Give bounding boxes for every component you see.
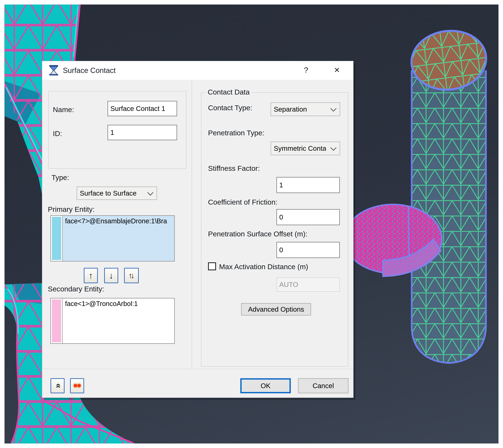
name-input[interactable] <box>108 101 177 116</box>
penetration-surface-offset-label: Penetration Surface Offset (m): <box>208 230 307 238</box>
trunk-mesh-shape <box>408 27 489 363</box>
cancel-button[interactable]: Cancel <box>298 378 348 393</box>
coefficient-of-friction-label: Coefficient of Friction: <box>208 198 277 206</box>
chevron-down-icon <box>330 106 337 112</box>
coefficient-of-friction-input[interactable] <box>276 209 340 225</box>
contact-data-groupbox: Contact Data Contact Type: Separation Pe… <box>201 92 348 367</box>
move-down-button[interactable]: ↓ <box>104 268 118 283</box>
dialog-title: Surface Contact <box>63 61 116 80</box>
panel-divider <box>192 80 192 369</box>
stiffness-factor-label: Stiffness Factor: <box>208 164 260 173</box>
name-label: Name: <box>53 106 74 114</box>
penetration-surface-offset-input[interactable] <box>276 242 340 258</box>
max-activation-distance-input[interactable] <box>276 277 340 292</box>
list-item[interactable]: face<1>@TroncoArbol:1 <box>63 298 174 309</box>
hourglass-icon <box>48 65 59 76</box>
type-dropdown-value: Surface to Surface <box>80 187 137 199</box>
chevron-down-icon <box>330 145 337 151</box>
penetration-type-dropdown[interactable]: Symmetric Contact <box>270 142 340 155</box>
contact-type-label: Contact Type: <box>208 104 252 112</box>
primary-entity-listbox[interactable]: face<7>@EnsamblajeDrone:1\Bra <box>50 215 175 261</box>
chevron-down-icon <box>147 190 154 196</box>
arrow-down-icon: ↓ <box>109 271 113 280</box>
footer-divider <box>42 369 353 369</box>
arrow-up-icon: ↑ <box>89 271 93 280</box>
advanced-options-button-label: Advanced Options <box>248 305 304 313</box>
secondary-entity-listbox[interactable]: face<1>@TroncoArbol:1 <box>50 298 175 344</box>
max-activation-distance-label: Max Activation Distance (m) <box>219 263 308 271</box>
list-item[interactable]: face<7>@EnsamblajeDrone:1\Bra <box>63 216 174 226</box>
cancel-button-label: Cancel <box>313 382 334 390</box>
stiffness-factor-input[interactable] <box>276 177 340 193</box>
secondary-color-swatch <box>52 300 61 342</box>
id-input[interactable] <box>108 125 177 140</box>
help-button[interactable]: ? <box>297 61 315 80</box>
burst-icon: ✹✹ <box>73 382 81 389</box>
type-label: Type: <box>51 174 69 182</box>
contact-type-dropdown-value: Separation <box>274 103 307 116</box>
contact-type-dropdown[interactable]: Separation <box>270 102 340 116</box>
id-label: ID: <box>53 129 62 138</box>
move-up-button[interactable]: ↑ <box>84 268 98 283</box>
penetration-type-label: Penetration Type: <box>208 129 264 137</box>
advanced-options-button[interactable]: Advanced Options <box>241 303 311 316</box>
contact-data-group-label: Contact Data <box>206 88 252 96</box>
arrow-up-down-icon: ↑↓ <box>128 272 134 279</box>
secondary-entity-label: Secondary Entity: <box>48 285 104 293</box>
double-chevron-up-icon: » <box>52 384 63 388</box>
swap-entities-button[interactable]: ↑↓ <box>124 268 139 283</box>
penetration-type-dropdown-value: Symmetric Contact <box>274 142 326 155</box>
primary-color-swatch <box>52 217 61 260</box>
surface-contact-dialog: Surface Contact ? ✕ Name: ID: Type: Surf… <box>42 61 353 398</box>
contact-visualization-button[interactable]: ✹✹ <box>70 378 84 393</box>
type-dropdown[interactable]: Surface to Surface <box>77 187 157 200</box>
ok-button[interactable]: OK <box>240 378 291 393</box>
max-activation-distance-checkbox[interactable] <box>208 262 216 270</box>
primary-entity-label: Primary Entity: <box>48 205 95 213</box>
ok-button-label: OK <box>261 382 270 390</box>
collapse-dialog-button[interactable]: » <box>50 378 64 393</box>
dialog-title-bar[interactable]: Surface Contact ? ✕ <box>42 61 353 80</box>
close-button[interactable]: ✕ <box>328 61 346 80</box>
